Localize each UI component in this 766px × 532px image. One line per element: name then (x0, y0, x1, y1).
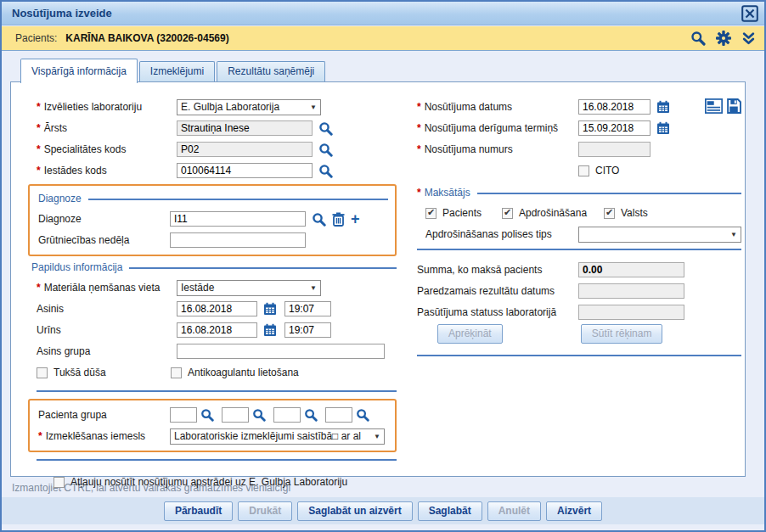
specialty-search-icon[interactable] (318, 143, 333, 157)
field-patient-group: Pacienta grupa (38, 407, 388, 423)
search-icon[interactable] (690, 31, 706, 46)
patient-group-search-icon[interactable] (356, 408, 369, 422)
field-lab-order-status: Pasūtījuma statuss laboratorijā (417, 305, 741, 320)
pregnancy-week-input[interactable] (170, 232, 306, 248)
payer-section-header: * Maksātājs (417, 187, 741, 199)
payer-pacients-label: Pacients (442, 207, 502, 219)
tab-izmeklejumi[interactable]: Izmeklējumi (139, 61, 215, 82)
patient-group-input-1[interactable] (170, 407, 197, 423)
patient-group-input-4[interactable] (325, 407, 352, 423)
collapse-double-chevron-icon[interactable] (741, 31, 756, 46)
blood-label: Asinis (37, 303, 177, 315)
payer-checkboxes: Pacients Apdrošināšana Valsts (417, 205, 741, 221)
chevron-down-icon: ▼ (374, 433, 380, 440)
save-disk-icon[interactable] (726, 98, 741, 114)
patient-bar: Pacients: KARĪNA BAIKOVA (320026-04569) (2, 26, 764, 51)
blood-time-input[interactable] (284, 301, 331, 316)
patient-sum-label: Summa, ko maksā pacients (417, 264, 578, 276)
fasting-checkbox[interactable] (37, 367, 48, 378)
field-referral-date: *Nosūtījuma datums (417, 99, 741, 115)
lab-order-status-input (578, 305, 684, 320)
exam-reason-label: Izmeklēšanas iemesls (46, 430, 145, 442)
field-diagnosis: Diagnoze + (38, 211, 388, 227)
anticoagulants-label: Antikoagulantu lietošana (188, 367, 299, 378)
field-urine-date: Urīns (37, 322, 397, 338)
calendar-icon[interactable] (656, 100, 670, 114)
close-icon[interactable] (741, 4, 759, 23)
policy-type-select[interactable]: ▼ (578, 227, 741, 243)
field-patient-sum: Summa, ko maksā pacients (417, 262, 741, 277)
add-diagnosis-icon[interactable]: + (351, 213, 360, 225)
field-blood-date: Asinis (37, 301, 397, 316)
divider (417, 355, 741, 356)
payer-apdrosinasana-checkbox[interactable] (502, 208, 513, 219)
patient-group-label: Pacienta grupa (38, 409, 170, 421)
calculate-button[interactable]: Aprēķināt (437, 324, 503, 344)
exam-reason-select[interactable]: Laboratoriskie izmeklējumi saistībā□ ar … (170, 428, 385, 445)
specialty-code-input[interactable] (177, 142, 313, 157)
save-button[interactable]: Saglabāt (418, 501, 482, 521)
patient-label: Pacients: (15, 32, 57, 44)
doctor-search-icon[interactable] (318, 121, 333, 136)
payer-valsts-checkbox[interactable] (604, 208, 615, 219)
patient-group-search-icon[interactable] (252, 408, 266, 422)
field-doctor: *Ārsts (37, 120, 397, 136)
institution-search-icon[interactable] (318, 164, 333, 178)
expected-results-input (578, 283, 684, 299)
referral-number-label: Nosūtījuma numurs (425, 143, 513, 155)
field-pregnancy-week: Grūtniecības nedēļa (38, 232, 388, 248)
field-material-place: *Materiāla ņemšanas vieta Iestāde▼ (37, 280, 397, 295)
cito-label: CITO (595, 165, 619, 176)
save-and-close-button[interactable]: Saglabāt un aizvērt (297, 501, 412, 521)
diagnosis-label: Diagnoze (38, 213, 170, 225)
material-place-select[interactable]: Iestāde▼ (177, 280, 321, 296)
patient-group-search-icon[interactable] (200, 408, 214, 422)
trash-icon[interactable] (332, 212, 345, 227)
calendar-icon[interactable] (263, 323, 277, 337)
allow-send-checkbox[interactable] (54, 477, 65, 488)
report-icon[interactable] (705, 98, 723, 114)
referral-number-input[interactable] (578, 142, 651, 157)
material-place-label: Materiāla ņemšanas vieta (44, 282, 161, 294)
cancel-button[interactable]: Anulēt (487, 501, 541, 521)
diagnosis-search-icon[interactable] (312, 212, 326, 227)
laboratory-select[interactable]: E. Gulbja Laboratorija▼ (177, 99, 321, 115)
institution-code-label: Iestādes kods (44, 165, 107, 176)
page-title: Nosūtījuma izveide (12, 7, 741, 20)
gear-icon[interactable] (716, 31, 731, 46)
send-invoice-button[interactable]: Sūtīt rēķinam (581, 324, 663, 344)
urine-time-input[interactable] (284, 322, 331, 338)
payer-pacients-checkbox[interactable] (425, 208, 437, 219)
diagnosis-section-header: Diagnoze (38, 193, 388, 204)
referral-date-label: Nosūtījuma datums (425, 101, 512, 113)
patient-group-search-icon[interactable] (304, 408, 318, 422)
urine-date-input[interactable] (177, 322, 257, 338)
blood-group-input[interactable] (177, 344, 385, 359)
tab-visparriga-informacija[interactable]: Vispārīgā informācija (20, 59, 138, 83)
doctor-input[interactable] (177, 120, 313, 136)
field-laboratory: *Izvēlieties laboratoriju E. Gulbja Labo… (37, 99, 397, 115)
right-buttons-row: Aprēķināt Sūtīt rēķinam (417, 326, 741, 341)
print-button[interactable]: Drukāt (238, 501, 292, 521)
action-button-bar: Pārbaudīt Drukāt Saglabāt un aizvērt Sag… (2, 497, 764, 524)
tab-rezultatu-sanemeji[interactable]: Rezultātu saņēmēji (217, 61, 325, 82)
payer-valsts-label: Valsts (621, 207, 648, 219)
diagnosis-input[interactable] (170, 211, 306, 227)
close-button[interactable]: Aizvērt (546, 501, 602, 521)
field-allow-send: Atļauju nosūtīt nosūtījumu apstrādei uz … (37, 474, 397, 490)
check-button[interactable]: Pārbaudīt (164, 501, 233, 521)
referral-date-input[interactable] (578, 99, 651, 115)
expected-results-label: Paredzamais rezultātu datums (417, 285, 578, 297)
laboratory-label: Izvēlieties laboratoriju (44, 101, 142, 113)
calendar-icon[interactable] (656, 121, 670, 135)
chevron-down-icon: ▼ (310, 284, 317, 292)
blood-date-input[interactable] (177, 301, 257, 316)
patient-group-input-3[interactable] (273, 407, 301, 423)
institution-code-input[interactable] (177, 163, 313, 178)
cito-checkbox[interactable] (578, 165, 589, 176)
patient-group-input-2[interactable] (222, 407, 249, 423)
validity-date-input[interactable] (578, 120, 651, 136)
calendar-icon[interactable] (263, 302, 277, 316)
pregnancy-week-label: Grūtniecības nedēļa (38, 234, 170, 246)
anticoagulants-checkbox[interactable] (171, 367, 182, 378)
